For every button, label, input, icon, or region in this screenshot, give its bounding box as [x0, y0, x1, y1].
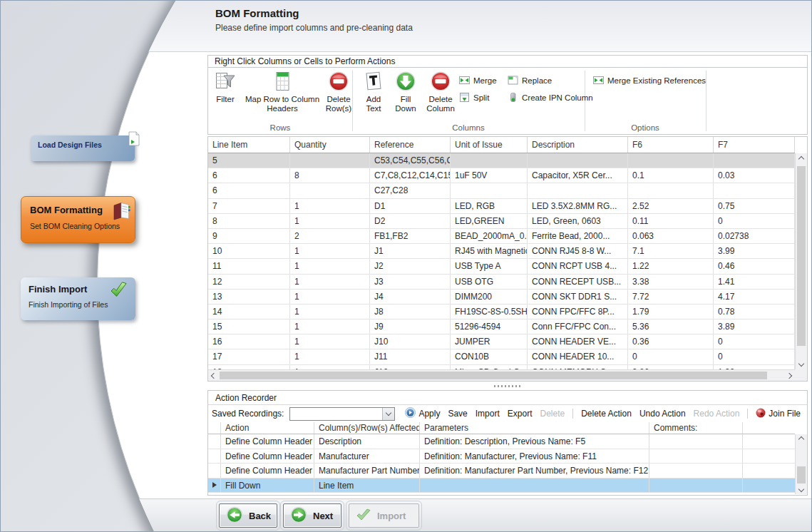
table-row[interactable]: 71D1LED, RGBLED 3.5X2.8MM RG...2.520.75 [208, 199, 795, 214]
table-cell[interactable] [290, 183, 370, 198]
table-cell[interactable]: 1 [290, 305, 370, 319]
undo-action-button[interactable]: Undo Action [639, 409, 686, 419]
table-cell[interactable]: BEAD_2000mA_0.0... [451, 229, 528, 243]
table-row[interactable]: 121J3USB OTGCONN RECEPT USB...3.381.41 [208, 275, 795, 290]
table-row[interactable]: 161J10JUMPERCONN HEADER VE...0.360 [208, 334, 795, 349]
table-cell[interactable]: J9 [370, 319, 451, 334]
table-cell[interactable]: 1 [290, 275, 370, 289]
create-ipn-column-button[interactable]: Create IPN Column [508, 91, 593, 104]
table-cell[interactable]: 10 [208, 244, 290, 258]
table-cell[interactable]: 0.03 [714, 168, 795, 183]
table-cell[interactable]: 0 [714, 214, 795, 228]
import-recording-button[interactable]: Import [476, 409, 500, 419]
table-cell[interactable]: CON10B [451, 349, 528, 364]
action-cell[interactable]: Fill Down [221, 479, 314, 493]
action-cell[interactable] [649, 449, 743, 464]
table-row[interactable]: 5C53,C54,C55,C56,C... [208, 153, 795, 168]
table-row[interactable]: 141J8FH19SC-8S-0.5SH(...CONN FPC/FFC 8P.… [208, 305, 795, 319]
delete-rows-button[interactable]: Delete Row(s) [322, 71, 355, 113]
action-row[interactable]: Define Column HeaderDescriptionDefinitio… [208, 434, 807, 449]
table-cell[interactable]: Ferrite Bead, 2000... [528, 229, 628, 243]
table-cell[interactable]: 11 [208, 259, 290, 273]
column-header[interactable]: Column(s)/Row(s) Affected [314, 422, 420, 434]
table-cell[interactable]: LED 3.5X2.8MM RG... [528, 199, 628, 213]
column-header[interactable]: Quantity [290, 137, 370, 153]
map-row-to-column-headers-button[interactable]: Map Row to Column Headers [241, 71, 324, 113]
table-cell[interactable]: 5 [208, 153, 290, 168]
table-cell[interactable]: 8 [290, 168, 370, 183]
table-cell[interactable]: C53,C54,C55,C56,C... [370, 153, 451, 168]
add-text-button[interactable]: Add Text [359, 71, 388, 113]
table-cell[interactable]: J2 [370, 259, 451, 273]
filter-button[interactable]: Filter [210, 71, 241, 104]
column-header[interactable]: Comments: [649, 422, 743, 434]
action-cell[interactable] [649, 479, 743, 493]
table-row[interactable]: 151J951296-4594Conn FFC/FPC Con...5.363.… [208, 319, 795, 334]
table-cell[interactable]: 1 [290, 290, 370, 304]
table-cell[interactable] [628, 183, 714, 198]
table-cell[interactable]: FB1,FB2 [370, 229, 451, 243]
action-cell[interactable]: Define Column Header [221, 434, 314, 449]
table-cell[interactable] [714, 183, 795, 198]
table-row[interactable]: 171J11CON10BCONN HEADER 10...00 [208, 349, 795, 364]
table-cell[interactable]: 0.75 [714, 199, 795, 213]
table-cell[interactable]: 5.36 [628, 319, 714, 334]
action-cell[interactable]: Definition: Description, Previous Name: … [420, 434, 649, 449]
table-cell[interactable]: 12 [208, 275, 290, 289]
table-row[interactable]: 92FB1,FB2BEAD_2000mA_0.0...Ferrite Bead,… [208, 229, 795, 244]
table-cell[interactable]: 3.89 [714, 319, 795, 334]
table-cell[interactable]: 1 [290, 334, 370, 349]
action-cell[interactable] [420, 479, 649, 493]
scroll-down-arrow[interactable] [796, 484, 807, 494]
action-row[interactable]: Define Column HeaderManufacturerDefiniti… [208, 449, 807, 464]
column-header[interactable]: F7 [714, 137, 795, 153]
table-cell[interactable]: J1 [370, 244, 451, 258]
table-cell[interactable]: 1 [290, 199, 370, 213]
table-cell[interactable] [451, 183, 528, 198]
table-cell[interactable]: 1 [290, 259, 370, 273]
table-cell[interactable]: 7.72 [628, 290, 714, 304]
table-cell[interactable]: 3.38 [628, 275, 714, 289]
table-cell[interactable]: J11 [370, 349, 451, 364]
action-cell[interactable] [649, 464, 743, 478]
action-cell[interactable]: Definition: Manufacturer Part Number, Pr… [420, 464, 649, 478]
table-cell[interactable]: DIMM200 [451, 290, 528, 304]
action-cell[interactable]: Line Item [314, 479, 420, 493]
table-cell[interactable]: D1 [370, 199, 451, 213]
merge-existing-references-button[interactable]: Merge Existing References [593, 74, 706, 87]
table-cell[interactable]: FH19SC-8S-0.5SH(... [451, 305, 528, 319]
action-vertical-scrollbar[interactable] [795, 434, 807, 494]
column-header[interactable]: Line Item [208, 137, 290, 153]
table-cell[interactable]: 14 [208, 305, 290, 319]
column-header[interactable]: Parameters [420, 422, 649, 434]
table-cell[interactable]: C7,C8,C12,C14,C15,... [370, 168, 451, 183]
table-cell[interactable]: 6 [208, 183, 290, 198]
splitter-handle[interactable] [207, 384, 808, 389]
next-button[interactable]: Next [283, 503, 341, 528]
table-cell[interactable]: J4 [370, 290, 451, 304]
table-cell[interactable] [528, 183, 628, 198]
table-cell[interactable]: J8 [370, 305, 451, 319]
bom-horizontal-scrollbar[interactable] [208, 369, 795, 381]
table-row[interactable]: 68C7,C8,C12,C14,C15,...1uF 50VCapacitor,… [208, 168, 795, 183]
table-cell[interactable]: CONN RECEPT USB... [528, 275, 628, 289]
delete-action-button[interactable]: Delete Action [581, 409, 632, 419]
saved-recordings-select[interactable] [289, 407, 395, 421]
save-recording-button[interactable]: Save [448, 409, 467, 419]
column-header[interactable]: Unit of Issue [451, 137, 528, 153]
scroll-down-arrow[interactable] [796, 358, 807, 369]
table-cell[interactable]: 0.063 [628, 229, 714, 243]
table-cell[interactable]: 0.46 [714, 259, 795, 273]
table-cell[interactable]: 17 [208, 349, 290, 364]
table-cell[interactable]: 2.52 [628, 199, 714, 213]
table-cell[interactable]: 1 [290, 349, 370, 364]
table-row[interactable]: 101J1RJ45 with MagneticsCONN RJ45 8-8 W.… [208, 244, 795, 259]
table-cell[interactable]: D2 [370, 214, 451, 228]
scroll-right-arrow[interactable] [783, 370, 795, 381]
sidebar-step-finish-import[interactable]: Finish Import Finish Importing of Files [21, 277, 135, 320]
table-cell[interactable]: 0.02738 [714, 229, 795, 243]
table-cell[interactable] [528, 153, 628, 168]
column-header[interactable]: Description [528, 137, 628, 153]
table-cell[interactable]: CONN HEADER VE... [528, 334, 628, 349]
delete-column-button[interactable]: Delete Column [423, 71, 458, 113]
